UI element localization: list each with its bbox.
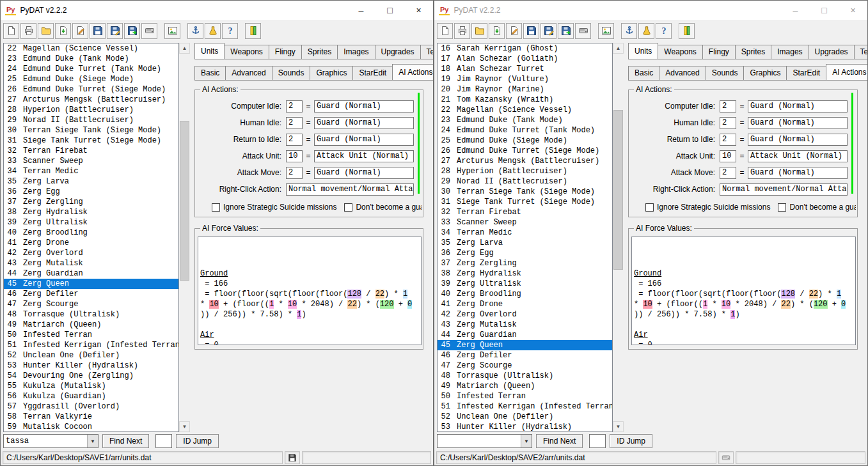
list-scrollbar[interactable]: ▲ ▼ [613,43,624,432]
unit-list-item[interactable]: 33 Scanner Sweep [4,156,178,166]
checkbox-dont-become-guard[interactable]: Don't become a guard [344,203,422,212]
scroll-down-icon[interactable]: ▼ [179,421,190,432]
unit-list-item[interactable]: 48 Torrasque (Ultralisk) [438,371,612,381]
unit-list-item[interactable]: 45 Zerg Queen [4,279,178,289]
tab-units[interactable]: Units [194,43,225,59]
help-button[interactable] [656,23,672,39]
search-input[interactable] [4,435,87,447]
unit-list-item[interactable]: 47 Zerg Scourge [4,299,178,309]
export-button[interactable] [506,23,522,39]
scrollbar-track[interactable] [179,54,190,421]
combo-dropdown-icon[interactable]: ▼ [521,435,532,447]
tab-flingy[interactable]: Flingy [269,45,302,59]
unit-list-item[interactable]: 18 Alan Schezar Turret [438,64,612,74]
unit-list-item[interactable]: 58 Terran Valkyrie [4,412,178,422]
unit-list-item[interactable]: 53 Hunter Killer (Hydralisk) [438,422,612,432]
save-button[interactable] [523,23,539,39]
scrollbar-track[interactable] [613,54,624,421]
unit-list-item[interactable]: 37 Zerg Zergling [4,197,178,207]
minimize-button[interactable]: – [347,1,375,20]
unit-list-item[interactable]: 29 Norad II (Battlecruiser) [438,176,612,187]
unit-list-item[interactable]: 23 Edmund Duke (Tank Mode) [438,115,612,125]
force-values-text[interactable]: Ground = 166 = floor(floor(sqrt(floor(fl… [198,237,422,345]
save-button[interactable] [90,23,106,39]
unit-list-item[interactable]: 37 Zerg Zergling [438,258,612,268]
minimize-button[interactable]: – [781,1,810,20]
unit-list-item[interactable]: 49 Matriarch (Queen) [4,320,178,330]
preview-button[interactable] [598,23,614,39]
id-jump-button[interactable]: ID Jump [610,434,652,448]
unit-list-item[interactable]: 55 Kukulza (Mutalisk) [4,381,178,391]
checkbox-box[interactable] [212,203,220,212]
new-button[interactable] [3,23,19,39]
ai-order-name-entry[interactable] [748,117,848,129]
unit-list-item[interactable]: 23 Edmund Duke (Tank Mode) [4,54,178,64]
import-button[interactable] [55,23,71,39]
unit-list-item[interactable]: 20 Jim Raynor (Marine) [438,84,612,95]
ai-order-id-input[interactable] [286,167,303,179]
save-as-button[interactable] [107,23,123,39]
scrollbar-thumb[interactable] [180,121,189,281]
tab-upgrades[interactable]: Upgrades [809,45,855,59]
tab-basic[interactable]: Basic [194,66,226,81]
checkbox-ignore-strategic-suicide[interactable]: Ignore Strategic Suicide missions [212,203,336,212]
id-jump-input[interactable] [589,434,606,448]
unit-list-item[interactable]: 35 Zerg Larva [4,176,178,187]
compact-button[interactable] [141,23,157,39]
tab-weapons[interactable]: Weapons [658,45,702,59]
unit-list-item[interactable]: 42 Zerg Overlord [4,248,178,258]
tab-ai-actions[interactable]: AI Actions [826,64,867,81]
tab-units[interactable]: Units [628,43,658,59]
unit-list-item[interactable]: 51 Infested Kerrigan (Infested Terran) [438,401,612,412]
print-button[interactable] [454,23,470,39]
checkbox-dont-become-guard[interactable]: Don't become a guard [778,203,856,212]
ai-order-id-input[interactable] [286,117,303,129]
unit-list-item[interactable]: 16 Sarah Kerrigan (Ghost) [438,43,612,54]
tab-graphics[interactable]: Graphics [310,66,353,81]
unit-list-item[interactable]: 39 Zerg Ultralisk [438,279,612,289]
checkbox-box[interactable] [645,203,654,212]
scroll-down-icon[interactable]: ▼ [613,421,624,432]
find-next-button[interactable]: Find Next [102,434,149,448]
unit-list-item[interactable]: 26 Edmund Duke Turret (Siege Mode) [438,146,612,156]
unit-list-item[interactable]: 50 Infested Terran [438,391,612,401]
tab-advanced[interactable]: Advanced [659,66,706,81]
open-button[interactable] [471,23,487,39]
close-button[interactable]: × [839,1,867,20]
tab-images[interactable]: Images [337,45,375,59]
ai-order-name-entry[interactable] [748,150,848,162]
close-button[interactable]: × [404,1,433,20]
checkbox-box[interactable] [344,203,352,212]
unit-list-item[interactable]: 28 Hyperion (Battlecruiser) [438,166,612,176]
unit-list-item[interactable]: 56 Kukulza (Guardian) [4,391,178,401]
ai-order-name-entry[interactable] [314,150,414,162]
help-button[interactable] [222,23,238,39]
ai-order-id-input[interactable] [286,100,303,113]
unit-list-item[interactable]: 31 Siege Tank Turret (Siege Mode) [4,136,178,146]
unit-list-item[interactable]: 27 Arcturus Mengsk (Battlecruiser) [4,95,178,105]
print-button[interactable] [20,23,36,39]
scrollbar-thumb[interactable] [613,110,623,270]
browser-button[interactable] [621,23,637,39]
settings-toggle-button[interactable] [245,23,261,39]
unit-list-item[interactable]: 43 Zerg Mutalisk [438,320,612,330]
test-button[interactable] [205,23,221,39]
unit-list-item[interactable]: 41 Zerg Drone [438,299,612,309]
unit-list-item[interactable]: 30 Terran Siege Tank (Siege Mode) [438,187,612,197]
id-jump-input[interactable] [155,434,172,448]
unit-list-item[interactable]: 53 Hunter Killer (Hydralisk) [4,361,178,371]
tab-images[interactable]: Images [771,45,809,59]
maximize-button[interactable]: □ [375,1,404,20]
unit-list-item[interactable]: 22 Magellan (Science Vessel) [4,43,178,54]
unit-list-item[interactable]: 45 Zerg Queen [438,340,612,350]
unit-list-item[interactable]: 38 Zerg Hydralisk [4,207,178,217]
tab-sounds[interactable]: Sounds [706,66,745,81]
unit-list-item[interactable]: 36 Zerg Egg [438,248,612,258]
open-button[interactable] [38,23,54,39]
preview-button[interactable] [164,23,180,39]
right-click-action-select[interactable]: Normal movement/Normal Attack [720,183,848,196]
tab-techdata[interactable]: Techdata [854,45,867,59]
unit-list-item[interactable]: 41 Zerg Drone [4,238,178,248]
save-as-button[interactable] [541,23,556,39]
ai-order-id-input[interactable] [286,150,303,162]
